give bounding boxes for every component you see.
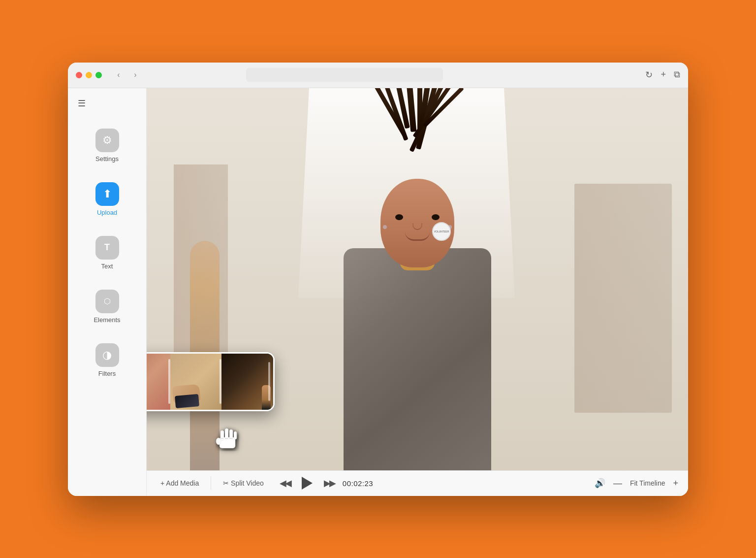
toolbar-right: ↻ + ⧉ xyxy=(645,69,680,80)
scroll-bar-thumb xyxy=(268,362,270,401)
badge-text: VOLUNTEER xyxy=(434,230,449,233)
filters-label: Filters xyxy=(98,370,116,377)
upload-icon: ⬆ xyxy=(95,182,119,206)
main-area: ☰ ⚙ Settings ⬆ Upload T Text xyxy=(68,88,688,496)
minimize-button[interactable] xyxy=(86,72,92,78)
thumbnail-content xyxy=(147,354,273,410)
upload-label: Upload xyxy=(97,209,117,216)
sidebar: ☰ ⚙ Settings ⬆ Upload T Text xyxy=(68,88,147,496)
background-shelf-right xyxy=(574,184,672,413)
volume-icon[interactable]: 🔊 xyxy=(595,478,605,489)
add-media-button[interactable]: + Add Media xyxy=(157,477,203,489)
filters-icon: ◑ xyxy=(95,343,119,367)
time-display: 00:02:23 xyxy=(343,479,373,488)
nav-buttons: ‹ › xyxy=(112,68,142,82)
sidebar-item-upload[interactable]: ⬆ Upload xyxy=(68,178,146,220)
address-bar[interactable] xyxy=(246,68,443,82)
elements-icon: ⬡ xyxy=(95,290,119,313)
drag-cursor xyxy=(216,426,239,456)
thumb-fabric-element xyxy=(175,394,199,408)
fit-timeline-label: Fit Timeline xyxy=(630,479,665,487)
add-media-label: + Add Media xyxy=(160,479,199,487)
play-button[interactable] xyxy=(298,474,316,492)
control-divider xyxy=(211,476,211,490)
settings-icon: ⚙ xyxy=(95,129,119,152)
sidebar-item-filters[interactable]: ◑ Filters xyxy=(68,339,146,381)
hamburger-icon[interactable]: ☰ xyxy=(78,98,86,109)
duplicate-icon[interactable]: ⧉ xyxy=(674,69,680,80)
text-icon: T xyxy=(95,236,119,260)
sidebar-item-text[interactable]: T Text xyxy=(68,232,146,274)
text-label: Text xyxy=(101,263,113,270)
zoom-in-button[interactable]: + xyxy=(673,478,678,489)
svg-rect-2 xyxy=(225,428,228,439)
main-person: VOLUNTEER xyxy=(324,88,511,470)
earring-left xyxy=(383,225,387,229)
svg-rect-1 xyxy=(220,430,224,440)
dreads-container xyxy=(356,88,479,226)
skip-back-icon[interactable]: ◀◀ xyxy=(280,478,290,489)
svg-point-5 xyxy=(216,438,221,445)
floating-thumbnail[interactable] xyxy=(147,352,275,411)
svg-rect-4 xyxy=(234,431,237,439)
split-video-button[interactable]: ✂ Split Video xyxy=(219,477,268,489)
close-button[interactable] xyxy=(76,72,82,78)
zoom-out-button[interactable]: — xyxy=(613,478,622,489)
skip-forward-icon[interactable]: ▶▶ xyxy=(324,478,335,489)
new-tab-icon[interactable]: + xyxy=(661,69,666,80)
jacket xyxy=(344,248,491,470)
play-triangle-icon xyxy=(302,477,313,490)
thumb-section-2 xyxy=(170,354,222,410)
video-area: VOLUNTEER xyxy=(147,88,688,496)
settings-label: Settings xyxy=(95,155,119,163)
traffic-lights xyxy=(76,72,102,78)
playback-controls: + Add Media ✂ Split Video ◀◀ ▶▶ 00:02:23… xyxy=(147,470,688,496)
forward-button[interactable]: › xyxy=(128,68,142,82)
thumb-section-3 xyxy=(221,354,273,410)
maximize-button[interactable] xyxy=(95,72,102,78)
video-frame: VOLUNTEER xyxy=(147,88,688,470)
sidebar-item-settings[interactable]: ⚙ Settings xyxy=(68,125,146,166)
elements-label: Elements xyxy=(94,316,120,324)
browser-window: ‹ › ↻ + ⧉ ☰ ⚙ Settings ⬆ xyxy=(68,63,688,496)
refresh-icon[interactable]: ↻ xyxy=(645,69,653,80)
sidebar-item-elements[interactable]: ⬡ Elements xyxy=(68,286,146,328)
video-scene: VOLUNTEER xyxy=(147,88,688,470)
orange-background: ‹ › ↻ + ⧉ ☰ ⚙ Settings ⬆ xyxy=(33,33,723,525)
split-video-label: ✂ Split Video xyxy=(223,479,264,487)
back-button[interactable]: ‹ xyxy=(112,68,126,82)
svg-rect-3 xyxy=(229,429,233,439)
title-bar: ‹ › ↻ + ⧉ xyxy=(68,63,688,88)
smile xyxy=(405,232,430,241)
thumb-section-1 xyxy=(147,354,170,410)
